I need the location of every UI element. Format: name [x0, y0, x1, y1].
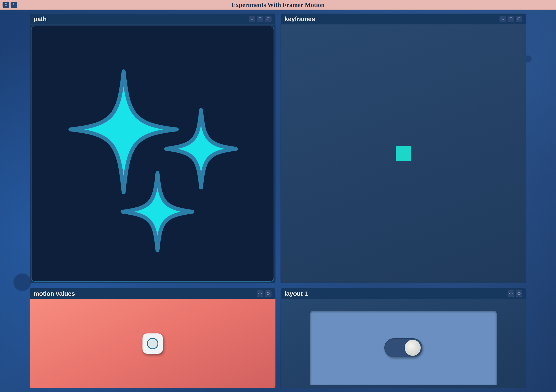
panel-layout-1: layout 1	[280, 288, 526, 388]
code-button[interactable]	[500, 16, 506, 22]
page-title: Experiments With Framer Motion	[232, 1, 325, 8]
panel-title: path	[34, 15, 46, 23]
toggle-knob	[405, 340, 421, 356]
layout-canvas	[310, 311, 497, 385]
refresh-icon	[266, 17, 270, 21]
info-icon	[517, 292, 521, 296]
back-arrow-icon	[12, 3, 16, 7]
code-icon	[501, 17, 505, 21]
home-icon	[4, 3, 8, 7]
top-bar: Experiments With Framer Motion	[0, 0, 556, 10]
info-button[interactable]	[516, 291, 522, 297]
code-icon	[250, 17, 254, 21]
info-icon	[258, 17, 262, 21]
toggle-switch[interactable]	[384, 338, 422, 357]
draggable-chip[interactable]	[142, 333, 163, 354]
refresh-button[interactable]	[265, 16, 271, 22]
info-button[interactable]	[508, 16, 514, 22]
panel-actions	[257, 291, 271, 297]
code-button[interactable]	[257, 291, 263, 297]
panel-keyframes: keyframes	[280, 14, 526, 283]
panel-header: path	[30, 14, 276, 24]
panel-body	[30, 299, 276, 388]
panel-path: path	[30, 14, 276, 283]
panel-header: layout 1	[280, 288, 526, 299]
panel-body	[280, 299, 526, 388]
svg-point-5	[511, 18, 511, 18]
svg-point-2	[260, 18, 260, 18]
panel-header: keyframes	[280, 14, 526, 24]
code-button[interactable]	[508, 291, 514, 297]
code-button[interactable]	[249, 16, 255, 22]
code-icon	[509, 292, 513, 296]
panel-actions	[249, 16, 271, 22]
code-icon	[258, 292, 262, 296]
top-bar-buttons	[2, 2, 17, 8]
panel-title: keyframes	[285, 15, 315, 23]
circle-indicator	[147, 338, 158, 349]
sparkles-icon	[56, 41, 249, 266]
panels-grid: path	[0, 10, 556, 392]
panel-motion-values: motion values	[30, 288, 276, 388]
panel-body	[30, 24, 276, 283]
info-icon	[509, 17, 513, 21]
info-button[interactable]	[265, 291, 271, 297]
path-canvas	[31, 26, 274, 282]
panel-actions	[508, 291, 522, 297]
panel-header: motion values	[30, 288, 276, 299]
info-button[interactable]	[257, 16, 263, 22]
animated-square	[396, 146, 411, 161]
home-button[interactable]	[2, 2, 9, 8]
refresh-button[interactable]	[516, 16, 522, 22]
info-icon	[266, 292, 270, 296]
refresh-icon	[517, 17, 521, 21]
back-button[interactable]	[11, 2, 17, 8]
panel-title: layout 1	[285, 290, 308, 297]
panel-body	[280, 24, 526, 283]
svg-point-8	[268, 293, 268, 293]
svg-point-11	[519, 293, 519, 293]
panel-title: motion values	[34, 290, 75, 297]
panel-actions	[500, 16, 522, 22]
